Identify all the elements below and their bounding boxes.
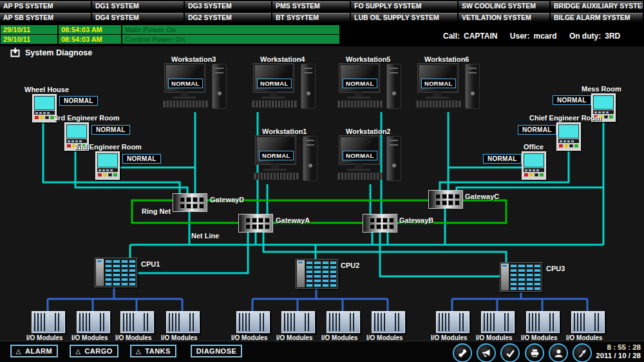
menu-fo-supply-system[interactable]: FO SUPPLY SYSTEM [351,1,459,11]
node-io-1-4[interactable] [166,311,200,333]
panel-buttons [97,173,118,176]
clock-date: 2011 / 10 / 28 [596,352,641,360]
node-wheel-house[interactable] [32,94,57,122]
node-workstation5[interactable]: NORMAL [339,64,401,113]
footer-button-label: TANKS [145,347,171,355]
user-label: User: [510,32,530,41]
node-io-1-1[interactable] [32,311,65,333]
menu-pms-system[interactable]: PMS SYSTEM [272,1,351,11]
phone-icon [457,348,468,359]
node-label-office: Office [524,143,544,151]
node-label-gateway-a: GatewayA [276,216,310,224]
menu-ap-sb-system[interactable]: AP SB SYSTEM [0,13,92,23]
duty-value: 3RD [605,32,620,41]
node-io-3-4[interactable] [571,311,605,333]
node-chief-engineer-room[interactable] [556,122,581,151]
status-badge: NORMAL [168,79,203,88]
event-date: 29/10/11 [1,35,57,44]
tanks-button[interactable]: △ TANKS [130,345,176,357]
computer-tower [386,136,401,181]
trend-button[interactable] [573,343,592,362]
node-gateway-d[interactable] [173,193,207,212]
panel-screen [558,124,579,138]
page-title-row: System Diagnose [10,48,92,57]
panel-screen [97,153,118,167]
panel-screen [34,96,55,110]
monitor-screen: NORMAL [418,64,458,92]
node-office[interactable] [522,151,546,180]
node-io-3-3[interactable] [526,311,560,333]
menu-bridge-auxiliary-system[interactable]: BRIDGE AUXILIARY SYSTEM [551,1,644,11]
keyboard [416,100,461,108]
menu-bt-sysytem[interactable]: BT SYSYTEM [272,13,351,23]
event-row[interactable]: 29/10/11 08:54:03 AM Control Power On [1,35,339,44]
footer-button-label: DIAGNOSE [196,347,237,355]
node-io-1-2[interactable] [77,311,110,333]
printer-button[interactable] [525,343,544,362]
node-cpu1[interactable] [95,258,137,287]
node-workstation1[interactable]: NORMAL [256,136,317,185]
node-cpu2[interactable] [296,259,338,289]
node-io-3-2[interactable] [481,311,515,333]
panel-screen [66,124,87,138]
computer-tower [386,64,401,109]
panel-screen [524,153,544,167]
cargo-button[interactable]: △ CARGO [70,345,118,357]
bottom-bar: △ ALARM △ CARGO △ TANKS DIAGNOSE 8 : 55 … [0,341,644,362]
event-message: Main Power On [122,25,339,34]
node-io-2-4[interactable] [372,311,405,333]
node-workstation2[interactable]: NORMAL [339,136,401,185]
node-label-cpu2: CPU2 [341,262,359,269]
monitor-base [263,169,287,171]
node-gateway-b[interactable] [363,214,397,233]
menu-bilge-alarm-system[interactable]: BILGE ALARM SYSTEM [551,13,644,23]
node-label-workstation1: Workstation1 [262,128,307,135]
event-row[interactable]: 29/10/11 08:54:03 AM Main Power On [1,25,339,34]
node-label-2nd-engineer-room: 2nd Engineer Room [75,143,142,151]
triangle-icon: △ [136,348,141,355]
node-io-2-3[interactable] [327,311,360,333]
menu-ap-ps-system[interactable]: AP PS SYSTEM [0,1,92,11]
node-workstation3[interactable]: NORMAL [165,64,227,113]
megaphone-icon [481,348,492,359]
node-io-2-1[interactable] [236,311,270,333]
alarm-button[interactable]: △ ALARM [10,345,58,357]
menu-row-1: AP PS SYSTEMDG1 SYSTEMDG3 SYSTEMPMS SYST… [0,1,644,11]
monitor-screen: NORMAL [256,136,296,164]
node-workstation6[interactable]: NORMAL [418,64,480,113]
node-gateway-a[interactable] [238,214,273,233]
menu-dg4-system[interactable]: DG4 SYSTEM [92,13,185,23]
node-gateway-c[interactable] [428,190,463,209]
node-io-1-3[interactable] [120,311,154,333]
node-2nd-engineer-room[interactable] [95,151,120,180]
monitor-screen: NORMAL [254,64,294,92]
node-io-3-1[interactable] [436,311,469,333]
node-label-gateway-c: GatewayC [465,193,499,200]
keyboard [163,100,208,108]
phone-button[interactable] [453,343,472,362]
page-title: System Diagnose [25,48,92,57]
monitor-base [426,97,449,99]
menu-dg1-system[interactable]: DG1 SYSTEM [92,1,185,11]
panel-keys [34,111,55,115]
net-line-label: Net Line [191,232,219,240]
keyboard [337,100,383,108]
megaphone-button[interactable] [477,343,496,362]
diagnose-button[interactable]: DIAGNOSE [191,345,242,357]
check-button[interactable] [500,343,520,362]
menu-dg3-system[interactable]: DG3 SYSTEM [185,1,272,11]
menu-dg2-system[interactable]: DG2 SYSTEM [185,13,272,23]
duty-label: On duty: [569,32,601,41]
call-label: Call: [443,32,460,41]
status-badge: NORMAL [553,95,591,105]
user-button[interactable] [549,343,568,362]
footer-button-label: CARGO [84,347,112,355]
event-time: 08:54:03 AM [59,25,121,34]
menu-vetilation-system[interactable]: VETILATION SYSTEM [459,13,551,23]
menu-lub-oil-supply-system[interactable]: LUB OIL SUPPLY SYSTEM [351,13,459,23]
node-cpu3[interactable] [500,262,542,292]
menu-sw-cooling-system[interactable]: SW COOLING SYSTEM [459,1,551,11]
status-badge: NORMAL [343,151,377,160]
node-workstation4[interactable]: NORMAL [254,64,316,113]
node-io-2-2[interactable] [281,311,315,333]
